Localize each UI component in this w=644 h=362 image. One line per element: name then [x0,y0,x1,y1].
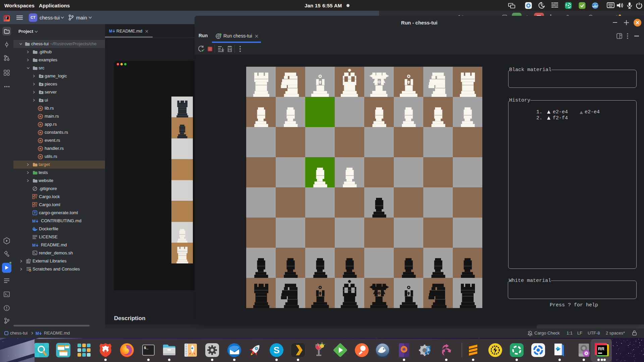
svg-text:R: R [39,107,42,110]
svg-text:R: R [39,155,42,159]
svg-text:$_: $_ [144,346,149,350]
svg-text:R: R [39,115,42,118]
svg-text:M: M [36,331,39,336]
svg-text:S: S [273,345,279,355]
svg-text:M: M [32,219,36,223]
svg-text:M: M [109,29,112,33]
svg-text:R: R [39,131,42,134]
svg-text:M: M [32,243,36,247]
svg-text:R: R [39,123,42,126]
svg-text:R: R [39,139,42,142]
svg-text:R: R [39,147,42,150]
svg-text:RR: RR [598,346,604,351]
